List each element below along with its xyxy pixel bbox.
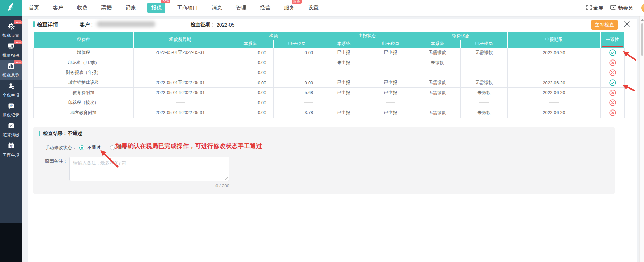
table-row: 印花税（按次）0.00 — [34, 98, 625, 108]
check-circle-icon — [609, 49, 616, 56]
cell-amount-system: 0.00 — [227, 98, 274, 108]
x-circle-icon — [609, 59, 616, 66]
nav-item-设置[interactable]: 设置 — [306, 3, 321, 13]
client-label: 客户： — [80, 22, 94, 28]
nav-item-管理[interactable]: 管理 — [234, 3, 248, 13]
cell-pay-system: 无需缴款 — [414, 48, 461, 58]
x-circle-icon — [609, 69, 616, 76]
empty-dash — [549, 102, 559, 103]
nav-item-工商项目[interactable]: 工商项目 — [175, 3, 200, 13]
cell-period: 2022-05-01至2022-05-31 — [134, 88, 227, 98]
manual-status-row: 手动修改状态： 不通过 通过 — [45, 144, 127, 151]
manual-status-label: 手动修改状态： — [45, 144, 77, 151]
cell-period — [134, 58, 227, 68]
sidebar-item-个税申报[interactable]: ¥个税申报 — [0, 80, 22, 100]
table-row: 财务报表（年报）0.00 — [34, 68, 625, 78]
result-label: 检查结果：不通过 — [43, 130, 82, 137]
cell-period: 2022-05-01至2022-05-31 — [134, 48, 227, 58]
sidebar-item-工商年报[interactable]: 年工商年报 — [0, 140, 22, 160]
cell-declare-ebureau: 已申报 — [367, 78, 414, 88]
remark-label: 原因备注： — [45, 158, 68, 164]
member-button[interactable]: 畅会员 — [610, 5, 633, 11]
cell-pay-ebureau: 未缴款 — [461, 88, 508, 98]
cell-pay-ebureau: 无需缴款 — [461, 48, 508, 58]
cell-pay-ebureau: 未缴款 — [461, 108, 508, 118]
quill-logo-icon — [6, 2, 17, 14]
cell-tax-type: 城市维护建设税 — [34, 78, 134, 88]
sidebar-item-label: 报税总览 — [3, 73, 20, 78]
nav-item-消息[interactable]: 消息 — [210, 3, 224, 13]
calculator-icon — [8, 122, 15, 131]
empty-dash — [386, 102, 395, 103]
radio-fail-label[interactable]: 不通过 — [87, 144, 101, 151]
fullscreen-button[interactable]: 全屏 — [586, 5, 603, 11]
tax-record-icon: 税 — [8, 102, 15, 111]
empty-dash — [549, 73, 559, 73]
table-row: 地方教育附加2022-05-01至2022-05-310.003.78已申报已申… — [34, 108, 625, 118]
cell-period: 2022-05-01至2022-05-31 — [134, 108, 227, 118]
cell-declare-system: 已申报 — [320, 48, 367, 58]
cell-amount-system: 0.00 — [227, 48, 274, 58]
app-logo[interactable] — [0, 0, 22, 16]
radio-pass[interactable] — [110, 145, 115, 150]
cell-deadline — [508, 58, 601, 68]
cell-amount-ebureau: 0.00 — [274, 48, 320, 58]
cell-deadline: 2022-06-20 — [508, 78, 601, 88]
cell-declare-ebureau — [367, 98, 414, 108]
remark-textarea[interactable] — [69, 157, 229, 181]
cell-declare-system: 已申报 — [320, 88, 367, 98]
cell-period — [134, 68, 227, 78]
cell-deadline — [508, 98, 601, 108]
cell-consistency — [601, 48, 625, 58]
nav-item-经营[interactable]: 经营 — [258, 3, 273, 13]
subcol-declare-system: 本系统 — [320, 40, 367, 48]
empty-dash — [304, 102, 313, 103]
table-row: 城市维护建设税2022-05-01至2022-05-310.000.00已申报已… — [34, 78, 625, 88]
col-header-pay-status: 缴费状态 — [414, 32, 508, 40]
cell-pay-system: 无需缴款 — [414, 88, 461, 98]
scrollbar-thumb[interactable] — [641, 23, 643, 56]
cell-pay-system: 未缴款 — [414, 58, 461, 68]
fullscreen-label: 全屏 — [593, 5, 603, 11]
cell-pay-ebureau — [461, 68, 508, 78]
nav-item-票据[interactable]: 票据 — [99, 3, 114, 13]
sidebar-item-报税总览[interactable]: 报税总览new — [0, 60, 22, 80]
vertical-scrollbar[interactable] — [639, 16, 644, 262]
cell-consistency — [601, 98, 625, 108]
nav-item-服务[interactable]: 服务限免 — [282, 3, 297, 13]
cell-consistency — [601, 88, 625, 98]
scroll-up-arrow-icon[interactable] — [641, 19, 644, 21]
cell-amount-system: 0.00 — [227, 108, 274, 118]
sidebar-item-批量报税[interactable]: 批量报税new — [0, 40, 22, 60]
cell-amount-ebureau: 0.00 — [274, 78, 320, 88]
section-accent-bar — [39, 131, 40, 136]
cell-period — [134, 98, 227, 108]
sidebar-item-汇算清缴[interactable]: 汇算清缴 — [0, 120, 22, 140]
cell-declare-ebureau — [367, 58, 414, 68]
sidebar-item-label: 批量报税 — [3, 53, 20, 58]
col-header-period: 税款所属期 — [134, 32, 227, 48]
check-now-button[interactable]: 立即检查 — [591, 20, 618, 30]
check-circle-icon — [609, 79, 616, 86]
tax-check-table: 税费种 税款所属期 税额 申报状态 缴费状态 申报期限 一致性 本系统 电子税局… — [33, 31, 625, 118]
nav-item-收费[interactable]: 收费 — [75, 3, 90, 13]
close-button[interactable] — [623, 20, 631, 29]
cell-consistency — [601, 68, 625, 78]
page-title: 检查详情 — [37, 21, 58, 28]
table-header: 税费种 税款所属期 税额 申报状态 缴费状态 申报期限 一致性 本系统 电子税局… — [34, 32, 625, 48]
subcol-amount-system: 本系统 — [227, 40, 274, 48]
nav-item-客户[interactable]: 客户 — [51, 3, 65, 13]
nav-item-首页[interactable]: 首页 — [27, 3, 41, 13]
sidebar-item-报税记录[interactable]: 税报税记录 — [0, 100, 22, 120]
cell-amount-system: 0.00 — [227, 58, 274, 68]
cell-pay-system — [414, 68, 461, 78]
user-avatar[interactable] — [641, 3, 644, 13]
radio-fail[interactable] — [79, 145, 84, 150]
cell-tax-type: 印花税（按次） — [34, 98, 134, 108]
nav-item-报税[interactable]: 报税new — [147, 3, 165, 13]
sidebar-item-报税设置[interactable]: 报税设置new — [0, 20, 22, 40]
check-period: 检查征期： 2022-05 — [191, 22, 234, 28]
result-title: 检查结果：不通过 — [39, 130, 82, 137]
nav-item-记账[interactable]: 记账 — [123, 3, 138, 13]
sidebar-item-label: 报税设置 — [3, 33, 20, 38]
